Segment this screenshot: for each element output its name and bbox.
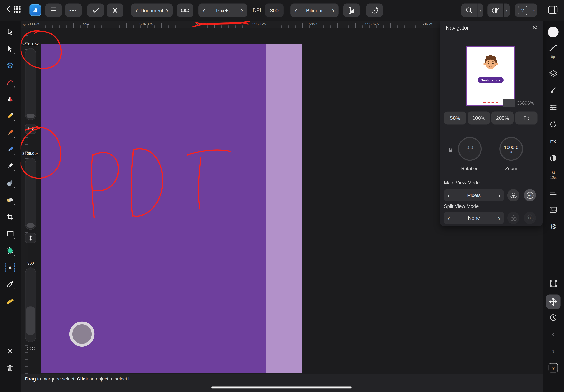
- ruler-label: 594: [83, 22, 89, 26]
- split-view-fx-button[interactable]: FX: [524, 212, 536, 224]
- chevron-left-icon[interactable]: ‹: [202, 7, 206, 14]
- back-button[interactable]: [5, 5, 12, 13]
- text-tool[interactable]: A: [4, 261, 16, 274]
- height-dimension-icon[interactable]: [25, 233, 36, 243]
- navigator-title: Navigator: [446, 25, 469, 31]
- help-shortcuts-dropdown[interactable]: ▾: [531, 4, 537, 17]
- pencil-tool[interactable]: [4, 110, 16, 122]
- help-shortcuts-button[interactable]: ?: [515, 4, 531, 17]
- wet-brush-tool[interactable]: [4, 143, 16, 156]
- navigator-thumbnail[interactable]: Sentimentos: [466, 46, 515, 106]
- pixel-grid-icon[interactable]: [26, 343, 35, 352]
- undo-chevron-icon[interactable]: ‹: [547, 328, 560, 340]
- height-slider[interactable]: [25, 158, 36, 230]
- main-menu-button[interactable]: [45, 4, 62, 17]
- redo-chevron-icon[interactable]: ›: [547, 345, 560, 357]
- units-switcher[interactable]: ‹ Pixels ›: [198, 4, 247, 17]
- move-panel-button-active[interactable]: [546, 294, 561, 309]
- shape-tool[interactable]: [4, 228, 16, 240]
- zoom-preset-200[interactable]: 200%: [492, 112, 514, 125]
- home-indicator[interactable]: [211, 386, 352, 388]
- rotation-lock-icon[interactable]: [448, 147, 453, 154]
- layers-panel-icon[interactable]: [547, 68, 560, 80]
- panel-toggle-icon[interactable]: [548, 6, 558, 14]
- history-panel-icon[interactable]: [547, 311, 560, 324]
- chevron-right-icon[interactable]: ›: [497, 214, 501, 221]
- color-picker-tool[interactable]: [4, 278, 16, 291]
- navigator-viewport-indicator[interactable]: [503, 99, 515, 107]
- link-dimensions-button[interactable]: [177, 4, 193, 17]
- app-icon[interactable]: [29, 4, 41, 16]
- home-grid-icon[interactable]: [14, 6, 21, 13]
- confirm-button[interactable]: [87, 4, 104, 17]
- masking-panel-icon[interactable]: [547, 152, 560, 164]
- dpi-slider-thumb[interactable]: [26, 306, 35, 335]
- gear-tool[interactable]: ⚙: [4, 59, 16, 72]
- width-slider-handle[interactable]: [27, 114, 35, 118]
- rotation-value: 0.0: [467, 144, 473, 150]
- dpi-field[interactable]: 300: [265, 4, 284, 17]
- preview-mode-dropdown[interactable]: ▾: [504, 4, 510, 17]
- main-view-mode-label: Main View Mode: [444, 180, 480, 185]
- split-view-channels-button[interactable]: [507, 212, 520, 224]
- chevron-left-icon[interactable]: ‹: [294, 7, 298, 14]
- paragraph-panel-icon[interactable]: [547, 187, 560, 199]
- chevron-right-icon[interactable]: ›: [240, 7, 244, 14]
- main-view-fx-button[interactable]: FX: [524, 189, 536, 202]
- eraser-tool[interactable]: [4, 194, 16, 206]
- help-button[interactable]: ?: [547, 362, 560, 374]
- zoom-preset-100[interactable]: 100%: [468, 112, 490, 125]
- select-tool[interactable]: [4, 26, 16, 38]
- marker-tool[interactable]: [4, 160, 16, 172]
- zoom-tool-dropdown[interactable]: ▾: [477, 4, 483, 17]
- media-panel-icon[interactable]: [547, 204, 560, 216]
- settings-panel-icon[interactable]: ⚙: [547, 221, 560, 233]
- history-rotate-panel-icon[interactable]: [547, 118, 560, 131]
- main-view-mode-switcher[interactable]: ‹ Pixels ›: [444, 189, 504, 202]
- stroke-panel-icon[interactable]: [547, 42, 560, 54]
- crop-tool[interactable]: [4, 211, 16, 223]
- zoom-dial[interactable]: 1000.0 %: [499, 137, 523, 161]
- split-view-mode-switcher[interactable]: ‹ None ›: [444, 212, 504, 224]
- zoom-preset-50[interactable]: 50%: [444, 112, 466, 125]
- deselect-button[interactable]: [4, 345, 16, 357]
- ruler-lock-button[interactable]: [343, 4, 360, 17]
- node-tool[interactable]: [4, 42, 16, 55]
- chevron-left-icon[interactable]: ‹: [447, 214, 450, 221]
- status-hint-part2: an object to select it.: [88, 376, 132, 381]
- main-view-channels-button[interactable]: [507, 189, 520, 202]
- pin-icon[interactable]: [531, 24, 538, 32]
- ruler-tool[interactable]: [4, 295, 16, 308]
- width-dimension-icon[interactable]: [25, 124, 36, 134]
- document-switcher[interactable]: ‹ Document ›: [131, 4, 173, 17]
- chevron-right-icon[interactable]: ›: [497, 192, 501, 199]
- paint-brush-tool[interactable]: [4, 126, 16, 139]
- width-slider[interactable]: [25, 48, 36, 120]
- help-key-icon: ?: [518, 6, 527, 15]
- chevron-left-icon[interactable]: ‹: [447, 192, 450, 199]
- height-slider-handle[interactable]: [27, 223, 35, 228]
- chevron-right-icon[interactable]: ›: [331, 7, 335, 14]
- transform-panel-icon[interactable]: [547, 278, 560, 290]
- preview-mode-button[interactable]: [487, 4, 503, 17]
- zoom-tool-button[interactable]: [461, 4, 477, 17]
- rotation-dial[interactable]: 0.0 °: [458, 137, 482, 161]
- chevron-right-icon[interactable]: ›: [165, 7, 169, 14]
- more-options-button[interactable]: •••: [65, 4, 82, 17]
- active-color-swatch[interactable]: [548, 27, 559, 38]
- fx-panel-icon[interactable]: FX: [547, 135, 560, 148]
- pen-tool[interactable]: [4, 93, 16, 105]
- brushes-panel-icon[interactable]: [547, 84, 560, 97]
- snapping-button[interactable]: [366, 4, 383, 17]
- mixer-brush-tool[interactable]: [4, 177, 16, 189]
- vector-crop-tool[interactable]: [4, 76, 16, 89]
- color-loupe[interactable]: [69, 322, 95, 347]
- zoom-preset-fit[interactable]: Fit: [515, 112, 537, 125]
- chevron-left-icon[interactable]: ‹: [135, 7, 138, 14]
- resample-switcher[interactable]: ‹ Bilinear ›: [290, 4, 339, 17]
- main-view-mode-value: Pixels: [467, 192, 481, 198]
- flood-select-tool[interactable]: [4, 244, 16, 257]
- delete-button[interactable]: [4, 362, 16, 374]
- cancel-button[interactable]: [107, 4, 124, 17]
- adjustments-panel-icon[interactable]: [547, 101, 560, 114]
